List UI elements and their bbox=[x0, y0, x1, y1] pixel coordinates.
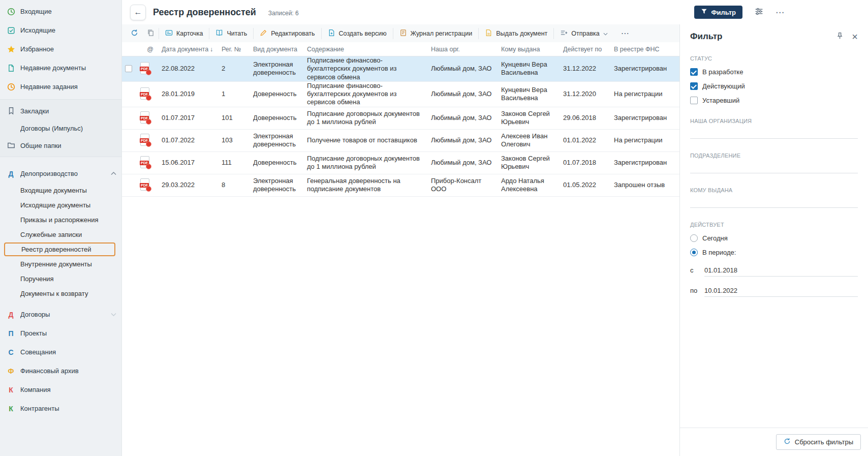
status-checkbox-in-development[interactable]: В разработке bbox=[690, 68, 858, 76]
cell-valid: 01.05.2022 bbox=[563, 181, 614, 189]
pdf-file-icon: PDF bbox=[140, 62, 151, 75]
sidebar-item-clerical-work[interactable]: Д Делопроизводство bbox=[0, 164, 121, 183]
more-options-button[interactable]: ⋯ bbox=[776, 8, 785, 17]
status-checkbox-obsolete[interactable]: Устаревший bbox=[690, 97, 858, 104]
sidebar-item-projects[interactable]: П Проекты bbox=[0, 324, 121, 343]
sidebar-item-label: Контрагенты bbox=[20, 405, 116, 412]
sidebar-subitem-assignments[interactable]: Поручения bbox=[0, 271, 121, 286]
sidebar-subitem-power-of-attorney-registry[interactable]: Реестр доверенностей bbox=[4, 242, 115, 256]
sidebar-item-bookmarks[interactable]: Закладки bbox=[0, 102, 121, 119]
registration-log-button[interactable]: Журнал регистрации bbox=[393, 28, 479, 39]
table-row[interactable]: PDF 01.07.2017 101 Доверенность Подписан… bbox=[122, 107, 679, 130]
read-button[interactable]: Читать bbox=[209, 28, 253, 39]
reset-filters-button[interactable]: Сбросить фильтры bbox=[776, 434, 861, 450]
sidebar-subitem-incoming-documents[interactable]: Входящие документы bbox=[0, 183, 121, 198]
sidebar-subitem-internal-documents[interactable]: Внутренние документы bbox=[0, 257, 121, 271]
sidebar-item-label: Проекты bbox=[20, 329, 116, 337]
column-header-content[interactable]: Содержание bbox=[307, 46, 431, 53]
our-organization-input[interactable] bbox=[690, 125, 858, 139]
refresh-button[interactable] bbox=[126, 27, 142, 40]
status-checkbox-active[interactable]: Действующий bbox=[690, 82, 858, 90]
sidebar-item-meetings[interactable]: С Совещания bbox=[0, 343, 121, 361]
table-row[interactable]: PDF 28.01.2019 1 Доверенность Подписание… bbox=[122, 82, 679, 107]
pdf-file-icon: PDF bbox=[140, 178, 151, 192]
row-doc-icon-cell: PDF bbox=[135, 62, 162, 75]
letter-icon: К bbox=[7, 386, 15, 394]
sidebar-subitem-documents-to-return[interactable]: Документы к возврату bbox=[0, 286, 121, 301]
sidebar-item-financial-archive[interactable]: Ф Финансовый архив bbox=[0, 361, 121, 380]
send-button[interactable]: Отправка bbox=[553, 28, 613, 39]
book-icon bbox=[215, 29, 223, 38]
sidebar-item-label: Исходящие bbox=[20, 26, 116, 34]
checkbox-label: Устаревший bbox=[702, 97, 739, 104]
pin-panel-button[interactable] bbox=[836, 32, 844, 41]
sidebar-item-outbox[interactable]: Исходящие bbox=[0, 21, 121, 40]
column-header-reg-number[interactable]: Рег. № bbox=[222, 46, 253, 53]
create-version-button[interactable]: Создать версию bbox=[321, 28, 393, 39]
filter-toggle-button[interactable]: Фильтр bbox=[694, 6, 742, 19]
status-section-label: СТАТУС bbox=[690, 55, 858, 62]
table-row[interactable]: PDF 01.07.2022 103 Электронная доверенно… bbox=[122, 130, 679, 152]
close-panel-button[interactable]: × bbox=[852, 32, 858, 42]
sidebar-item-label: Недавние задания bbox=[20, 83, 116, 90]
sidebar-item-favorites[interactable]: Избранное bbox=[0, 40, 121, 58]
copy-button[interactable] bbox=[142, 27, 159, 40]
column-header-valid-until[interactable]: Действует по bbox=[563, 46, 614, 53]
column-header-our-org[interactable]: Наша орг. bbox=[431, 46, 501, 53]
sidebar-subitem-orders[interactable]: Приказы и распоряжения bbox=[0, 212, 121, 227]
cell-fns-status: На регистрации bbox=[614, 136, 679, 144]
period-from-input[interactable] bbox=[704, 264, 858, 277]
column-header-issued-to[interactable]: Кому выдана bbox=[501, 46, 563, 53]
edit-button[interactable]: Редактировать bbox=[253, 28, 321, 39]
sidebar-subitem-label: Внутренние документы bbox=[20, 260, 92, 268]
sidebar-item-recent-documents[interactable]: Недавние документы bbox=[0, 58, 121, 77]
sidebar-item-company[interactable]: К Компания bbox=[0, 380, 121, 399]
column-header-date[interactable]: Дата документа↓ bbox=[162, 46, 222, 53]
sidebar-item-recent-tasks[interactable]: Недавние задания bbox=[0, 77, 121, 96]
column-header-doc-type[interactable]: Вид документа bbox=[253, 46, 307, 53]
radio-unchecked-icon bbox=[690, 234, 698, 242]
letter-icon: П bbox=[7, 329, 15, 338]
sidebar-subitem-label: Документы к возврату bbox=[20, 290, 88, 297]
checkbox-checked-icon bbox=[690, 68, 698, 76]
table-row[interactable]: PDF 15.06.2017 111 Доверенность Подписан… bbox=[122, 152, 679, 174]
column-header-fns-registry[interactable]: В реестре ФНС bbox=[614, 46, 679, 53]
sidebar-item-counterparties[interactable]: К Контрагенты bbox=[0, 399, 121, 418]
sidebar-item-contracts-impulse[interactable]: Договоры (Импульс) bbox=[0, 119, 121, 137]
cell-type: Доверенность bbox=[253, 159, 307, 167]
issued-to-input[interactable] bbox=[690, 194, 858, 208]
valid-radio-today[interactable]: Сегодня bbox=[690, 234, 858, 242]
issue-document-button[interactable]: Выдать документ bbox=[478, 28, 553, 39]
sidebar-item-shared-folders[interactable]: Общие папки bbox=[0, 137, 121, 154]
valid-radio-period[interactable]: В периоде: bbox=[690, 249, 858, 256]
issue-doc-icon bbox=[485, 29, 492, 38]
row-doc-icon-cell: PDF bbox=[135, 178, 162, 192]
chevron-down-icon[interactable] bbox=[111, 313, 116, 316]
sidebar-subitem-memos[interactable]: Служебные записки bbox=[0, 227, 121, 242]
column-header-electronic[interactable]: @ bbox=[135, 46, 162, 53]
row-checkbox[interactable] bbox=[122, 65, 135, 72]
radio-checked-icon bbox=[690, 249, 698, 256]
sidebar-item-contracts[interactable]: Д Договоры bbox=[0, 305, 121, 324]
back-button[interactable]: ← bbox=[130, 5, 146, 20]
row-doc-icon-cell: PDF bbox=[135, 134, 162, 147]
cell-fns-status: Зарегистрирован bbox=[614, 159, 679, 167]
table-row[interactable]: PDF 29.03.2022 8 Электронная доверенност… bbox=[122, 174, 679, 197]
sidebar-subitem-outgoing-documents[interactable]: Исходящие документы bbox=[0, 198, 121, 212]
toolbar-more-button[interactable]: ⋯ bbox=[621, 29, 629, 38]
sidebar-item-label: Избранное bbox=[20, 45, 116, 53]
table-row[interactable]: PDF 22.08.2022 2 Электронная доверенност… bbox=[122, 56, 679, 82]
filter-panel-title: Фильтр bbox=[690, 32, 722, 42]
registration-log-button-label: Журнал регистрации bbox=[411, 30, 473, 37]
view-settings-button[interactable] bbox=[755, 7, 763, 17]
sidebar-item-inbox[interactable]: Входящие bbox=[0, 2, 121, 21]
card-button[interactable]: Карточка bbox=[159, 28, 209, 39]
sort-desc-icon: ↓ bbox=[210, 46, 213, 53]
read-button-label: Читать bbox=[227, 30, 247, 37]
cell-date: 29.03.2022 bbox=[162, 181, 222, 189]
period-to-input[interactable] bbox=[704, 285, 858, 297]
outbox-check-icon bbox=[7, 26, 15, 35]
department-label: ПОДРАЗДЕЛЕНИЕ bbox=[690, 153, 858, 159]
department-input[interactable] bbox=[690, 160, 858, 173]
chevron-up-icon[interactable] bbox=[111, 172, 116, 175]
